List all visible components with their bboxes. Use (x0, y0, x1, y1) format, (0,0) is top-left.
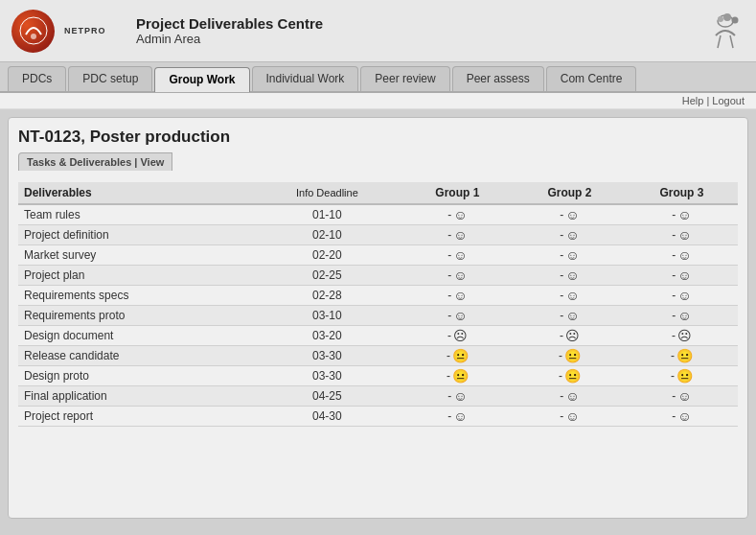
tab-pdcs[interactable]: PDCs (8, 66, 66, 91)
cell-group1: - ☺ (401, 245, 514, 266)
svg-point-0 (20, 17, 47, 44)
smiley-g1: ☺ (453, 248, 467, 262)
dash-g3: - (672, 289, 676, 302)
smiley-g2: ☹ (565, 329, 580, 342)
dash-g1: - (447, 289, 451, 302)
dash-g1: - (447, 309, 451, 322)
cell-deadline: 02-10 (253, 225, 401, 245)
smiley-g3: ☺ (677, 248, 691, 262)
logout-link[interactable]: Logout (712, 95, 745, 106)
cell-group2: - ☺ (514, 407, 626, 427)
help-bar: Help | Logout (0, 93, 756, 109)
cell-deliverable-name: Final application (18, 386, 253, 407)
cell-deadline: 04-25 (253, 386, 401, 407)
help-link[interactable]: Help (682, 95, 704, 106)
cell-group1: - ☺ (401, 286, 514, 306)
dash-g2: - (560, 409, 563, 423)
dash-g3: - (672, 208, 676, 221)
tab-group-work[interactable]: Group Work (154, 67, 249, 92)
cell-group1: - ☺ (401, 204, 514, 225)
cell-deliverable-name: Design proto (18, 366, 253, 386)
cell-group1: - ☺ (401, 225, 514, 245)
cell-group1: - ☺ (401, 306, 514, 326)
svg-point-4 (723, 13, 731, 21)
breadcrumb-active[interactable]: View (140, 156, 164, 168)
smiley-g1: ☺ (453, 409, 467, 423)
svg-line-6 (718, 35, 721, 48)
cell-group2: - 😐 (514, 346, 626, 366)
smiley-g1: ☺ (453, 289, 467, 302)
table-row: Market survey 02-20 - ☺ - ☺ - ☺ (18, 245, 738, 266)
svg-line-7 (730, 35, 733, 48)
smiley-g3: ☺ (677, 268, 691, 282)
dash-g1: - (447, 248, 451, 262)
cell-group3: - ☺ (626, 386, 738, 407)
cell-group1: - 😐 (401, 346, 514, 366)
tab-individual-work[interactable]: Individual Work (252, 66, 359, 91)
dash-g1: - (447, 369, 450, 383)
dash-g2: - (560, 208, 563, 221)
smiley-g2: ☺ (565, 228, 579, 242)
cell-group1: - ☺ (401, 407, 514, 427)
cell-group2: - ☺ (514, 204, 626, 225)
cell-group3: - 😐 (626, 346, 738, 366)
header: NETPRO Project Deliverables Centre Admin… (0, 0, 756, 62)
dash-g2: - (560, 329, 563, 342)
page-title: NT-0123, Poster production (18, 128, 738, 147)
col-header-group3: Group 3 (626, 182, 738, 204)
smiley-g2: ☺ (565, 268, 579, 282)
col-header-deadline: Info Deadline (253, 182, 401, 204)
cell-deliverable-name: Release candidate (18, 346, 253, 366)
cell-deliverable-name: Project definition (18, 225, 253, 245)
sub-title: Admin Area (136, 32, 668, 46)
cell-group2: - ☺ (514, 286, 626, 306)
col-header-group1: Group 1 (401, 182, 514, 204)
cell-group3: - ☺ (626, 245, 738, 266)
cell-deadline: 02-28 (253, 286, 401, 306)
dash-g2: - (559, 369, 562, 383)
table-header-row: Deliverables Info Deadline Group 1 Group… (18, 182, 738, 204)
svg-point-1 (31, 34, 36, 39)
cell-deadline: 03-20 (253, 326, 401, 346)
svg-point-5 (732, 17, 739, 24)
logo-icon (11, 10, 55, 53)
dash-g1: - (447, 349, 450, 362)
tab-pdc-setup[interactable]: PDC setup (68, 66, 152, 91)
svg-point-3 (718, 16, 723, 22)
dash-g3: - (672, 268, 676, 282)
smiley-g3: ☺ (677, 208, 691, 221)
dash-g1: - (447, 268, 451, 282)
header-title-area: Project Deliverables Centre Admin Area (126, 15, 668, 46)
smiley-g2: ☺ (565, 409, 579, 423)
cell-group3: - ☹ (626, 326, 738, 346)
breadcrumb-area: Tasks & Deliverables | View (18, 152, 738, 171)
cell-deliverable-name: Design document (18, 326, 253, 346)
cell-deadline: 03-10 (253, 306, 401, 326)
smiley-g2: 😐 (564, 369, 581, 383)
tab-com-centre[interactable]: Com Centre (546, 66, 637, 91)
dash-g3: - (672, 309, 676, 322)
cell-deliverable-name: Project plan (18, 266, 253, 286)
cell-deliverable-name: Requirements specs (18, 286, 253, 306)
smiley-g1: ☺ (453, 309, 467, 322)
smiley-g1: ☹ (453, 329, 468, 342)
dash-g1: - (447, 208, 451, 221)
table-row: Project definition 02-10 - ☺ - ☺ - ☺ (18, 225, 738, 245)
smiley-g1: ☺ (453, 208, 467, 221)
dash-g2: - (560, 248, 563, 262)
table-row: Project report 04-30 - ☺ - ☺ - ☺ (18, 407, 738, 427)
smiley-g1: ☺ (453, 228, 467, 242)
smiley-g1: ☺ (453, 389, 467, 403)
main-title: Project Deliverables Centre (136, 15, 668, 32)
smiley-g1: ☺ (453, 268, 467, 282)
cell-deliverable-name: Requirements proto (18, 306, 253, 326)
cell-group3: - ☺ (626, 225, 738, 245)
cell-deliverable-name: Project report (18, 407, 253, 427)
tab-peer-assess[interactable]: Peer assess (452, 66, 544, 91)
dash-g1: - (447, 409, 451, 423)
tab-peer-review[interactable]: Peer review (360, 66, 449, 91)
app-name: NETPRO (64, 26, 106, 35)
cell-group1: - ☺ (401, 266, 514, 286)
smiley-g2: ☺ (565, 208, 579, 221)
table-row: Project plan 02-25 - ☺ - ☺ - ☺ (18, 266, 738, 286)
